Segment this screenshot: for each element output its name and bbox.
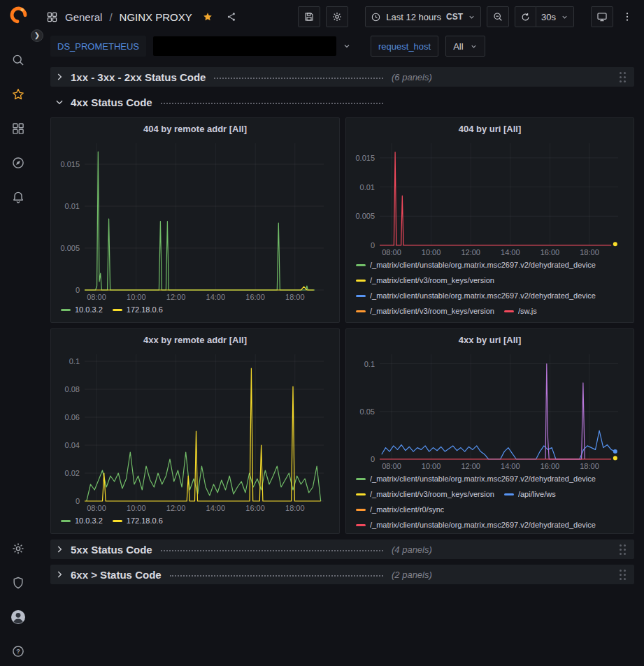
legend-item[interactable]: 172.18.0.6 [113, 303, 163, 316]
apps-grid-icon [11, 122, 25, 136]
datasource-select[interactable] [153, 36, 351, 56]
svg-text:0.015: 0.015 [355, 154, 375, 162]
sidebar-item-configuration[interactable] [6, 541, 31, 556]
share-dashboard-button[interactable] [226, 11, 237, 22]
variable-label-ds-prometheus: DS_PROMETHEUS [50, 36, 146, 57]
panel-legend: 10.0.3.2172.18.0.6 [57, 302, 334, 319]
legend-swatch [356, 295, 366, 297]
legend-item[interactable]: /_matrix/client/unstable/org.matrix.msc2… [356, 472, 596, 485]
legend-label: 172.18.0.6 [127, 516, 163, 525]
dashboard-row-6xx[interactable]: 6xx > Status Code (2 panels) [50, 565, 634, 584]
legend-swatch [356, 493, 366, 495]
grafana-logo[interactable] [6, 7, 31, 22]
legend-item[interactable]: /_matrix/client/unstable/org.matrix.msc2… [356, 519, 596, 530]
sidebar-item-server-admin[interactable] [6, 575, 31, 591]
row-dotted-line [161, 103, 383, 104]
row-title: 6xx > Status Code [71, 569, 162, 581]
chevron-down-icon [343, 42, 351, 50]
dashboard-row-4xx[interactable]: 4xx Status Code [50, 92, 634, 112]
refresh-interval-dropdown[interactable]: 30s [536, 6, 574, 27]
dashboard-settings-button[interactable] [326, 6, 348, 27]
panel-title[interactable]: 404 by uri [All] [352, 121, 628, 138]
refresh-button[interactable] [515, 6, 536, 27]
legend-swatch [356, 280, 366, 282]
zoom-out-time-button[interactable] [487, 6, 509, 27]
panel-title[interactable]: 4xx by remote addr [All] [57, 332, 334, 349]
breadcrumb-folder[interactable]: General [65, 11, 102, 23]
legend-item[interactable]: /sw.js [504, 305, 537, 317]
timeseries-chart-404-by-remote-addr[interactable]: 08:0010:0012:0014:0016:0018:0000.0050.01… [57, 138, 334, 302]
chevron-down-icon [470, 43, 478, 50]
row-drag-handle[interactable] [619, 71, 627, 82]
svg-text:08:00: 08:00 [87, 293, 106, 301]
sidebar-item-search[interactable] [6, 52, 31, 68]
svg-text:0.005: 0.005 [60, 244, 80, 252]
main-area: General / NGINX PROXY [36, 0, 644, 666]
timeseries-chart-404-by-uri[interactable]: 08:0010:0012:0014:0016:0018:0000.0050.01… [352, 138, 628, 257]
sidebar-expand-button[interactable]: ❯ [31, 29, 43, 42]
svg-text:0.01: 0.01 [360, 183, 375, 191]
legend-label: /sw.js [518, 307, 537, 315]
row-drag-handle[interactable] [619, 569, 627, 580]
svg-text:14:00: 14:00 [501, 248, 520, 256]
chevron-down-icon [55, 97, 66, 107]
star-dashboard-button[interactable] [202, 11, 213, 22]
time-range-label: Last 12 hours [386, 12, 441, 22]
time-range-picker[interactable]: Last 12 hours CST [365, 6, 481, 27]
row-dotted-line [161, 550, 383, 551]
svg-text:18:00: 18:00 [580, 462, 599, 470]
legend-swatch [113, 309, 122, 311]
svg-text:12:00: 12:00 [461, 248, 480, 256]
legend-item[interactable]: 10.0.3.2 [61, 303, 103, 316]
legend-item[interactable]: /_matrix/client/r0/sync [356, 503, 444, 516]
legend-item[interactable]: /_matrix/client/v3/room_keys/version [356, 305, 494, 317]
save-icon [303, 11, 315, 22]
tv-mode-button[interactable] [591, 6, 613, 27]
chevron-right-icon [55, 570, 66, 579]
svg-text:12:00: 12:00 [166, 504, 186, 512]
timeseries-chart-4xx-by-uri[interactable]: 08:0010:0012:0014:0016:0018:0000.050.1 [352, 349, 628, 471]
legend-item[interactable]: /_matrix/client/unstable/org.matrix.msc2… [356, 289, 596, 302]
dashboard-row-5xx[interactable]: 5xx Status Code (4 panels) [50, 540, 634, 559]
svg-text:16:00: 16:00 [245, 293, 265, 301]
sidebar-item-starred[interactable] [6, 87, 31, 102]
sidebar-item-alerting[interactable] [6, 189, 31, 205]
sidebar-item-explore[interactable] [6, 155, 31, 171]
panel-grid: 404 by remote addr [All] 08:0010:0012:00… [50, 117, 634, 534]
panel-title[interactable]: 4xx by uri [All] [352, 332, 628, 349]
save-dashboard-button[interactable] [298, 6, 320, 27]
legend-swatch [356, 310, 366, 312]
timeseries-chart-4xx-by-remote-addr[interactable]: 08:0010:0012:0014:0016:0018:0000.020.040… [57, 349, 334, 513]
dashboard-row-1xx-3xx-2xx[interactable]: 1xx - 3xx - 2xx Status Code (6 panels) [50, 67, 634, 87]
legend-item[interactable]: /_matrix/client/unstable/org.matrix.msc2… [356, 259, 596, 271]
sidebar-item-dashboards[interactable] [6, 121, 31, 136]
svg-text:0.02: 0.02 [65, 469, 80, 477]
sidebar-item-profile[interactable] [6, 609, 31, 625]
svg-text:14:00: 14:00 [206, 293, 226, 301]
row-panel-count: (6 panels) [392, 72, 432, 82]
legend-swatch [356, 264, 366, 266]
legend-item[interactable]: /_matrix/client/v3/room_keys/version [356, 488, 494, 500]
legend-label: /_matrix/client/unstable/org.matrix.msc2… [370, 291, 596, 300]
chevron-down-icon [561, 13, 568, 21]
svg-text:0.005: 0.005 [355, 212, 375, 220]
legend-item[interactable]: /api/live/ws [504, 488, 556, 500]
breadcrumb-separator: / [109, 11, 112, 23]
star-filled-icon [202, 11, 213, 22]
legend-item[interactable]: /_matrix/client/v3/room_keys/version [356, 274, 494, 287]
request-host-select[interactable]: All [445, 36, 485, 57]
sidebar-item-help[interactable]: ? [6, 644, 31, 659]
legend-swatch [504, 493, 514, 495]
panel-title[interactable]: 404 by remote addr [All] [57, 121, 334, 138]
panel-legend: 10.0.3.2172.18.0.6 [57, 513, 334, 530]
row-drag-handle[interactable] [619, 544, 627, 555]
legend-item[interactable]: 10.0.3.2 [61, 514, 103, 527]
dashboard-toolbar: General / NGINX PROXY [36, 0, 644, 34]
variables-bar: DS_PROMETHEUS request_host All [36, 34, 644, 61]
more-menu-button[interactable] [619, 6, 636, 27]
variable-label-request-host: request_host [371, 36, 438, 57]
dashboards-grid-icon [46, 11, 58, 23]
panel-4xx-by-remote-addr: 4xx by remote addr [All] 08:0010:0012:00… [50, 328, 340, 534]
refresh-interval-value: 30s [541, 12, 556, 22]
legend-item[interactable]: 172.18.0.6 [113, 514, 163, 527]
